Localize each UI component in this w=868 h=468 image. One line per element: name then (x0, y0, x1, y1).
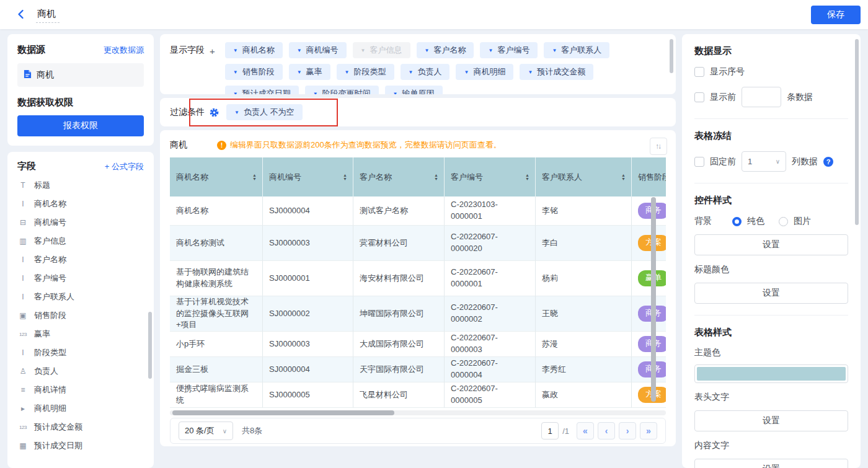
last-page-button[interactable]: » (640, 422, 657, 439)
cell: 小p手环 (170, 332, 263, 357)
image-radio[interactable] (779, 217, 788, 226)
table-horizontal-scrollbar-track[interactable] (170, 410, 666, 415)
field-item[interactable]: ⊟商机编号 (7, 213, 154, 232)
page-title[interactable]: 商机 (36, 8, 60, 23)
cell: 商务 (632, 196, 666, 226)
fields-card: 字段 + 公式字段 T标题 I商机名称 ⊟商机编号 ▥客户信息 I客户名称 I客… (7, 152, 154, 468)
field-item[interactable]: ♙负责人 (7, 362, 154, 381)
report-permission-button[interactable]: 报表权限 (17, 115, 144, 136)
column-header[interactable]: 客户名称▲▼ (353, 157, 445, 196)
help-icon[interactable]: ? (823, 157, 833, 167)
detail-icon: ≡ (17, 386, 29, 394)
save-button[interactable]: 保存 (811, 6, 861, 24)
select-icon: ▣ (17, 311, 29, 320)
display-fields-label: 显示字段 (170, 45, 205, 56)
field-item[interactable]: 123赢率 (7, 325, 154, 343)
page-size-value: 20 条/页 (185, 425, 215, 436)
table-horizontal-scrollbar[interactable] (172, 410, 394, 415)
prev-page-button[interactable]: ‹ (598, 422, 615, 439)
fields-scrollbar[interactable] (148, 312, 152, 379)
warning-text: 编辑界面只取数据源前200条作为查询数据预览，完整数据请访问页面查看。 (230, 139, 502, 151)
sort-arrows-icon[interactable]: ▲▼ (252, 174, 257, 181)
show-top-input[interactable] (742, 87, 781, 107)
column-header[interactable]: 客户编号▲▼ (445, 157, 536, 196)
cell: C-20220607-0000002 (445, 296, 536, 332)
field-item[interactable]: I阶段类型 (7, 343, 154, 362)
field-chip[interactable]: ▼客户联系人 (544, 42, 609, 58)
table-vertical-scrollbar[interactable] (651, 197, 656, 402)
datasource-name: 商机 (37, 69, 54, 81)
first-page-button[interactable]: « (577, 422, 594, 439)
field-chip[interactable]: ▼商机编号 (289, 42, 347, 58)
title-color-set-button[interactable]: 设置 (694, 283, 848, 304)
chip-label: 阶段变更时间 (322, 88, 371, 94)
column-header[interactable]: 客户联系人▲▼ (536, 157, 632, 196)
datasource-item[interactable]: 商机 (17, 63, 144, 87)
chip-label: 负责人 (417, 66, 441, 77)
field-item[interactable]: 123预计成交金额 (7, 418, 154, 436)
field-chip[interactable]: ▼商机名称 (225, 42, 283, 58)
sort-toggle-button[interactable]: ↑↓ (650, 138, 667, 155)
page-input[interactable]: 1 (541, 422, 559, 439)
field-item[interactable]: I客户编号 (7, 269, 154, 288)
column-header[interactable]: 商机编号▲▼ (263, 157, 353, 196)
chevron-down-icon: ▼ (528, 69, 533, 75)
field-chip[interactable]: ▼赢率 (289, 64, 330, 80)
cell: 便携式哮喘病监测系统 (170, 382, 263, 408)
change-datasource-link[interactable]: 更改数据源 (104, 45, 144, 56)
background-set-button[interactable]: 设置 (694, 234, 848, 255)
content-text-label: 内容文字 (694, 440, 848, 451)
field-chip[interactable]: ▼商机明细 (456, 64, 513, 80)
field-item[interactable]: I客户名称 (7, 250, 154, 269)
freeze-checkbox[interactable] (694, 157, 704, 167)
cell: SJ0000001 (263, 261, 353, 296)
field-chip[interactable]: ▼销售阶段 (225, 64, 283, 80)
column-header[interactable]: 销售阶段 (632, 157, 666, 196)
theme-color-swatch[interactable] (694, 364, 848, 383)
back-icon[interactable] (16, 9, 26, 22)
field-chip[interactable]: ▼客户名称 (417, 42, 474, 58)
pagination-bar: 20 条/页 ∨ 共8条 1 /1 « ‹ › » (170, 418, 666, 444)
field-chip[interactable]: ▼阶段类型 (337, 64, 394, 80)
chip-label: 输单原因 (402, 88, 435, 94)
document-icon (24, 69, 32, 81)
field-item[interactable]: ▦预计成交日期 (7, 436, 154, 455)
field-item[interactable]: ▥客户信息 (7, 232, 154, 250)
sort-arrows-icon[interactable]: ▲▼ (621, 174, 626, 181)
field-chip[interactable]: ▼预计成交日期 (225, 86, 299, 94)
next-page-button[interactable]: › (619, 422, 636, 439)
chip-label: 预计成交日期 (242, 88, 291, 94)
field-item[interactable]: I客户联系人 (7, 288, 154, 306)
add-field-button[interactable]: + (210, 46, 215, 56)
gear-icon[interactable] (210, 108, 219, 117)
sort-arrows-icon[interactable]: ▲▼ (434, 174, 438, 181)
solid-color-radio[interactable] (732, 217, 742, 226)
sort-arrows-icon[interactable]: ▲▼ (525, 174, 529, 181)
number-icon: 123 (17, 332, 29, 337)
freeze-count-select[interactable]: 1 ∨ (742, 151, 786, 172)
field-item[interactable]: ▸商机明细 (7, 399, 154, 418)
field-chip[interactable]: ▼阶段变更时间 (305, 86, 379, 94)
formula-field-link[interactable]: + 公式字段 (105, 161, 144, 172)
field-chip[interactable]: ▼客户编号 (480, 42, 538, 58)
table-card: 商机 ! 编辑界面只取数据源前200条作为查询数据预览，完整数据请访问页面查看。… (160, 130, 676, 446)
chips-scrollbar[interactable] (670, 39, 673, 73)
field-chip[interactable]: ▼输单原因 (385, 86, 443, 94)
header-text-set-button[interactable]: 设置 (694, 410, 848, 431)
sort-arrows-icon[interactable]: ▲▼ (343, 174, 347, 181)
show-top-checkbox[interactable] (694, 92, 704, 102)
field-item[interactable]: ▣销售阶段 (7, 306, 154, 325)
field-chip[interactable]: ▼预计成交金额 (520, 64, 593, 80)
content-text-set-button[interactable]: 设置 (694, 459, 848, 468)
filter-chip[interactable]: ▼ 负责人 不为空 (226, 104, 303, 120)
page-size-select[interactable]: 20 条/页 ∨ (179, 422, 233, 440)
field-item[interactable]: I商机名称 (7, 195, 154, 213)
cell: 方案 (632, 226, 666, 261)
panel-scrollbar[interactable] (855, 39, 859, 225)
field-item[interactable]: T标题 (7, 176, 154, 195)
show-index-checkbox[interactable] (694, 67, 704, 77)
field-item[interactable]: ≡商机详情 (7, 381, 154, 399)
field-chip[interactable]: ▼负责人 (401, 64, 450, 80)
field-label: 商机详情 (34, 384, 66, 395)
column-header[interactable]: 商机名称▲▼ (170, 157, 263, 196)
